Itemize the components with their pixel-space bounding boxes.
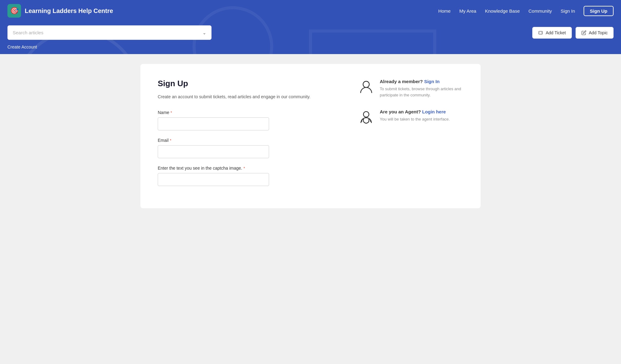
ticket-icon	[538, 30, 543, 35]
captcha-field-group: Enter the text you see in the captcha im…	[158, 166, 333, 186]
search-row: Search articles ⌄ Add Ticket Add Topic	[0, 22, 621, 44]
breadcrumb-row: Create Account	[0, 44, 621, 54]
chevron-down-icon: ⌄	[203, 30, 206, 35]
member-heading: Already a member? Sign In	[380, 79, 463, 84]
search-placeholder: Search articles	[13, 30, 203, 35]
svg-point-3	[368, 119, 370, 120]
member-icon	[358, 79, 374, 95]
nav-links: Home My Area Knowledge Base Community Si…	[438, 6, 614, 16]
email-input[interactable]	[158, 145, 269, 158]
form-card: Sign Up Create an account to submit tick…	[140, 64, 481, 208]
logo-icon: 🎯	[7, 4, 21, 18]
captcha-label: Enter the text you see in the captcha im…	[158, 166, 333, 171]
svg-point-0	[363, 81, 369, 87]
nav-my-area[interactable]: My Area	[459, 8, 476, 14]
member-desc: To submit tickets, browse through articl…	[380, 86, 463, 98]
email-required-star: *	[170, 138, 171, 143]
nav-sign-in[interactable]: Sign In	[561, 8, 575, 14]
agent-desc: You will be taken to the agent interface…	[380, 116, 450, 122]
nav-knowledge-base[interactable]: Knowledge Base	[485, 8, 520, 14]
main-content: Sign Up Create an account to submit tick…	[0, 54, 621, 218]
captcha-input[interactable]	[158, 173, 269, 186]
agent-heading: Are you an Agent? Login here	[380, 109, 450, 114]
site-title: Learning Ladders Help Centre	[25, 7, 113, 15]
breadcrumb[interactable]: Create Account	[7, 44, 37, 49]
search-box[interactable]: Search articles ⌄	[7, 25, 212, 40]
agent-login-link[interactable]: Login here	[422, 109, 446, 114]
member-info-text: Already a member? Sign In To submit tick…	[380, 79, 463, 98]
nav-home[interactable]: Home	[438, 8, 451, 14]
svg-point-1	[363, 112, 369, 117]
add-ticket-button[interactable]: Add Ticket	[532, 27, 572, 39]
sign-in-link[interactable]: Sign In	[424, 79, 439, 84]
nav-community[interactable]: Community	[529, 8, 552, 14]
name-field-group: Name *	[158, 110, 333, 130]
topic-icon	[581, 30, 586, 35]
form-right: Already a member? Sign In To submit tick…	[358, 79, 463, 193]
name-required-star: *	[170, 110, 172, 115]
captcha-required-star: *	[243, 166, 245, 171]
svg-point-2	[363, 119, 364, 120]
email-field-group: Email *	[158, 138, 333, 158]
header: 🎯 Learning Ladders Help Centre Home My A…	[0, 0, 621, 54]
logo-area: 🎯 Learning Ladders Help Centre	[7, 4, 113, 18]
action-buttons: Add Ticket Add Topic	[532, 27, 614, 39]
agent-info-block: Are you an Agent? Login here You will be…	[358, 109, 463, 125]
form-left: Sign Up Create an account to submit tick…	[158, 79, 333, 193]
nav-bar: 🎯 Learning Ladders Help Centre Home My A…	[0, 0, 621, 22]
add-topic-button[interactable]: Add Topic	[576, 27, 614, 39]
page-heading: Sign Up	[158, 79, 333, 88]
member-info-block: Already a member? Sign In To submit tick…	[358, 79, 463, 98]
nav-sign-up[interactable]: Sign Up	[584, 6, 614, 16]
name-input[interactable]	[158, 117, 269, 130]
name-label: Name *	[158, 110, 333, 115]
page-description: Create an account to submit tickets, rea…	[158, 93, 333, 100]
agent-icon	[358, 109, 374, 125]
email-label: Email *	[158, 138, 333, 143]
agent-info-text: Are you an Agent? Login here You will be…	[380, 109, 450, 122]
